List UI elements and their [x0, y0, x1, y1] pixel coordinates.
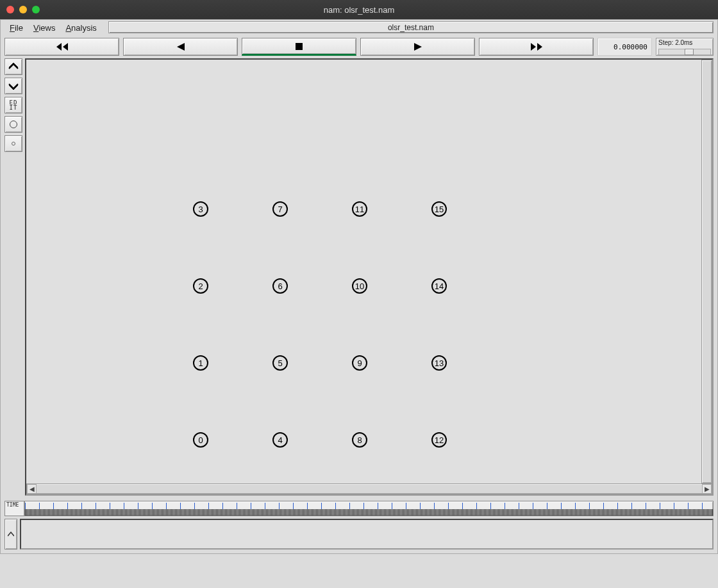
- node-6[interactable]: 6: [272, 278, 288, 294]
- small-circle-icon: [12, 142, 15, 146]
- bottom-tool-button[interactable]: [4, 519, 17, 550]
- play-icon: [414, 43, 422, 51]
- node-2[interactable]: 2: [193, 278, 208, 294]
- menu-analysis[interactable]: Analysis: [60, 21, 101, 34]
- node-14[interactable]: 14: [431, 278, 447, 294]
- node-15[interactable]: 15: [431, 201, 447, 217]
- timeline-ticks[interactable]: [24, 501, 713, 516]
- node-8[interactable]: 8: [352, 432, 367, 448]
- fast-forward-button[interactable]: [479, 38, 594, 56]
- app-frame: File Views Analysis olsr_test.nam 0.0000…: [0, 19, 718, 554]
- zoom-out-button[interactable]: [4, 58, 22, 75]
- back-icon: [177, 43, 185, 51]
- rewind-button[interactable]: [4, 38, 119, 56]
- node-13[interactable]: 13: [431, 355, 447, 371]
- menu-file[interactable]: File: [4, 21, 28, 34]
- circle-icon: [10, 121, 17, 128]
- vertical-scrollbar[interactable]: [701, 60, 712, 483]
- node-10[interactable]: 10: [352, 278, 367, 294]
- node-11[interactable]: 11: [352, 201, 367, 217]
- filename-label: olsr_test.nam: [108, 21, 714, 33]
- step-label: Step: 2.0ms: [658, 39, 711, 46]
- arrow-up-icon: [8, 62, 19, 71]
- node-1[interactable]: 1: [193, 355, 208, 371]
- step-control[interactable]: Step: 2.0ms: [656, 38, 714, 56]
- step-slider-thumb[interactable]: [685, 49, 694, 55]
- circle-big-button[interactable]: [4, 116, 22, 133]
- playback-toolbar: 0.000000 Step: 2.0ms: [1, 35, 717, 58]
- forward-icon: [531, 43, 542, 51]
- rewind-icon: [56, 43, 68, 51]
- node-3[interactable]: 3: [193, 201, 208, 217]
- step-slider[interactable]: [658, 49, 711, 55]
- timeline[interactable]: TIME: [4, 501, 714, 516]
- left-toolbar: ED IT: [4, 58, 22, 496]
- svg-rect-0: [296, 43, 303, 50]
- chevron-up-icon: [8, 532, 14, 537]
- bottom-row: [1, 519, 717, 553]
- node-9[interactable]: 9: [352, 355, 367, 371]
- time-display: 0.000000: [597, 38, 652, 56]
- horizontal-scrollbar[interactable]: ◀ ▶: [26, 483, 712, 494]
- zoom-in-button[interactable]: [4, 78, 22, 94]
- canvas-frame: 3711152610141591304812 ◀ ▶: [25, 58, 714, 496]
- stop-button[interactable]: [242, 38, 356, 56]
- node-7[interactable]: 7: [272, 201, 288, 217]
- close-icon[interactable]: [6, 6, 14, 13]
- scroll-right-icon[interactable]: ▶: [702, 484, 712, 494]
- menubar: File Views Analysis olsr_test.nam: [1, 20, 717, 35]
- titlebar: nam: olsr_test.nam: [0, 0, 718, 19]
- canvas-wrap: 3711152610141591304812 ◀ ▶: [25, 58, 714, 496]
- node-4[interactable]: 4: [272, 432, 288, 448]
- zoom-icon[interactable]: [32, 6, 40, 13]
- scroll-left-icon[interactable]: ◀: [27, 484, 37, 494]
- node-0[interactable]: 0: [193, 432, 208, 448]
- play-button[interactable]: [360, 38, 475, 56]
- edit-button[interactable]: ED IT: [4, 97, 22, 113]
- arrow-down-icon: [8, 81, 19, 90]
- node-5[interactable]: 5: [272, 355, 288, 371]
- window-title: nam: olsr_test.nam: [324, 5, 395, 15]
- window-controls: [6, 6, 40, 13]
- timeline-label: TIME: [5, 501, 24, 516]
- circle-small-button[interactable]: [4, 135, 22, 152]
- minimize-icon[interactable]: [19, 6, 27, 13]
- stop-icon: [296, 43, 303, 50]
- step-back-button[interactable]: [123, 38, 238, 56]
- log-pane[interactable]: [20, 519, 714, 550]
- node-12[interactable]: 12: [431, 432, 447, 448]
- menu-views[interactable]: Views: [28, 21, 60, 34]
- network-canvas[interactable]: 3711152610141591304812: [26, 60, 701, 483]
- main-row: ED IT 3711152610141591304812 ◀ ▶: [1, 58, 717, 498]
